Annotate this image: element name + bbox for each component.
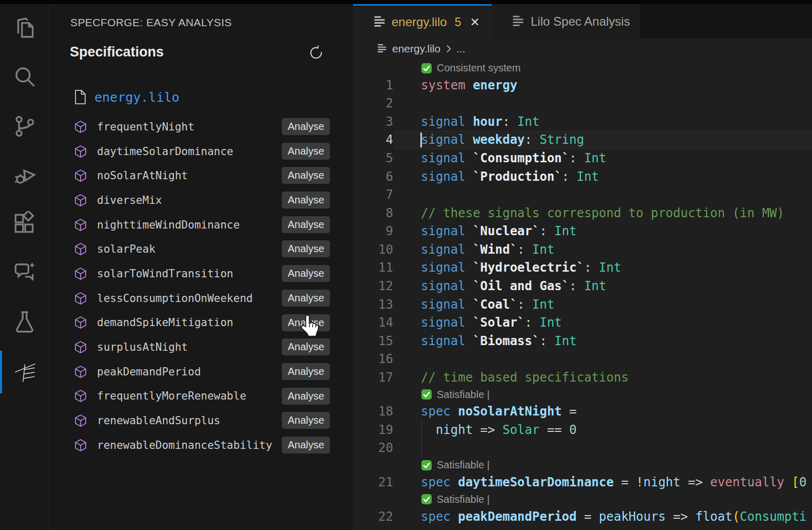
analyse-button[interactable]: Analyse <box>282 240 330 257</box>
analyse-button[interactable]: Analyse <box>282 437 330 453</box>
code-line-13: 13signal `Coal`: Int <box>353 295 812 314</box>
spec-item-frequentlyMoreRenewable[interactable]: frequentlyMoreRenewableAnalyse <box>49 384 354 409</box>
analyse-button[interactable]: Analyse <box>282 412 330 429</box>
activity-item-source-control[interactable] <box>0 102 49 152</box>
codelens-text[interactable]: Satisfiable | <box>437 459 490 471</box>
check-emoji-icon <box>421 460 432 471</box>
spec-name: daytimeSolarDominance <box>97 145 234 158</box>
cube-icon <box>74 439 87 452</box>
code-text: // time based specifications <box>393 370 629 385</box>
codelens-row[interactable]: Satisfiable | <box>353 387 812 403</box>
tab-lilo-spec-analysis[interactable]: Lilo Spec Analysis <box>492 4 639 39</box>
spec-item-solarToWindTransition[interactable]: solarToWindTransitionAnalyse <box>49 261 354 286</box>
text-caret <box>420 132 422 147</box>
cube-icon <box>74 365 87 378</box>
check-emoji-icon <box>421 389 432 400</box>
line-number: 13 <box>353 297 393 312</box>
cube-icon <box>74 120 87 134</box>
codelens-text[interactable]: Consistent system <box>437 62 520 74</box>
sidebar: SPECFORGE: EASY ANALYSIS Specifications … <box>49 4 353 530</box>
code-text: signal `Hydroelectric`: Int <box>393 260 621 275</box>
spec-item-demandSpikeMitigation[interactable]: demandSpikeMitigationAnalyse <box>49 311 354 335</box>
cube-icon <box>74 316 87 329</box>
spec-item-renewableAndSurplus[interactable]: renewableAndSurplusAnalyse <box>49 408 354 433</box>
activity-item-specforge[interactable] <box>0 348 49 397</box>
code-text: signal `Consumption`: Int <box>393 151 606 165</box>
cube-icon <box>74 414 87 427</box>
spec-name: peakDemandPeriod <box>97 366 201 378</box>
code-text: night => Solar == 0 <box>393 423 576 437</box>
analyse-button[interactable]: Analyse <box>282 216 330 233</box>
chat-icon <box>12 260 37 288</box>
analyse-button[interactable]: Analyse <box>282 314 330 331</box>
tab-close-icon[interactable]: ✕ <box>470 15 479 29</box>
spec-item-surplusAtNight[interactable]: surplusAtNightAnalyse <box>49 335 354 359</box>
line-number: 1 <box>353 78 393 92</box>
analyse-button[interactable]: Analyse <box>282 265 330 282</box>
cube-icon <box>74 292 87 305</box>
spec-item-noSolarAtNight[interactable]: noSolarAtNightAnalyse <box>49 163 354 188</box>
tab-energy-lilo[interactable]: energy.lilo 5 ✕ <box>353 4 492 39</box>
spec-item-renewableDominanceStability[interactable]: renewableDominanceStabilityAnalyse <box>49 433 354 458</box>
spec-name: diverseMix <box>97 194 162 206</box>
cube-icon <box>74 194 87 207</box>
spec-item-daytimeSolarDominance[interactable]: daytimeSolarDominanceAnalyse <box>49 139 354 164</box>
analyse-button[interactable]: Analyse <box>282 118 330 135</box>
codelens-row[interactable]: Consistent system <box>353 60 812 76</box>
spec-name: solarPeak <box>97 243 156 255</box>
line-number: 7 <box>353 187 393 202</box>
line-number: 17 <box>353 370 393 385</box>
code-line-15: 15signal `Biomass`: Int <box>353 332 812 350</box>
analyse-button[interactable]: Analyse <box>282 388 330 405</box>
refresh-button[interactable] <box>307 45 325 63</box>
spec-item-lessConsumptionOnWeekend[interactable]: lessConsumptionOnWeekendAnalyse <box>49 286 354 311</box>
activity-item-chat[interactable] <box>0 250 49 299</box>
code-text: spec noSolarAtNight = <box>393 404 576 419</box>
code-line-2: 2 <box>353 94 812 113</box>
specforge-icon <box>12 358 37 386</box>
spec-name: frequentlyMoreRenewable <box>97 390 246 402</box>
activity-item-explorer[interactable] <box>0 4 49 53</box>
line-number: 4 <box>353 132 393 147</box>
line-number: 9 <box>353 224 393 238</box>
spec-item-nighttimeWindDominance[interactable]: nighttimeWindDominanceAnalyse <box>49 213 354 237</box>
sidebar-item-energy-lilo[interactable]: energy.lilo <box>49 85 354 109</box>
spec-item-frequentlyNight[interactable]: frequentlyNightAnalyse <box>49 115 354 139</box>
analyse-button[interactable]: Analyse <box>282 143 330 160</box>
spec-item-solarPeak[interactable]: solarPeakAnalyse <box>49 237 354 261</box>
activity-item-testing[interactable] <box>0 298 49 348</box>
codelens-row[interactable]: Satisfiable | <box>353 491 812 507</box>
editor-code-area[interactable]: Consistent system1system energy23signal … <box>353 59 812 530</box>
code-text: signal `Oil and Gas`: Int <box>393 279 606 293</box>
activity-item-search[interactable] <box>0 53 49 103</box>
spec-name: surplusAtNight <box>97 341 188 353</box>
cube-icon <box>74 389 87 403</box>
line-number: 10 <box>353 242 393 257</box>
analyse-button[interactable]: Analyse <box>282 192 330 209</box>
testing-icon <box>12 309 37 337</box>
codelens-text[interactable]: Satisfiable | <box>437 494 490 505</box>
analyse-button[interactable]: Analyse <box>282 363 330 380</box>
active-indicator <box>0 351 2 394</box>
breadcrumb-file[interactable]: energy.lilo <box>392 43 440 55</box>
analyse-button[interactable]: Analyse <box>282 167 330 184</box>
spec-item-diverseMix[interactable]: diverseMixAnalyse <box>49 188 354 213</box>
spec-name: demandSpikeMitigation <box>97 316 234 329</box>
cube-icon <box>74 242 87 256</box>
breadcrumb: energy.lilo ... <box>353 39 812 59</box>
sidebar-title: SPECFORGE: EASY ANALYSIS <box>70 16 232 29</box>
analyse-button[interactable]: Analyse <box>282 338 330 355</box>
activity-item-run-debug[interactable] <box>0 152 49 201</box>
analyse-button[interactable]: Analyse <box>282 290 330 307</box>
code-line-20: 20 <box>353 439 812 458</box>
breadcrumb-more[interactable]: ... <box>456 43 466 55</box>
code-line-7: 7 <box>353 185 812 204</box>
codelens-row[interactable]: Satisfiable | <box>353 457 812 473</box>
tab-label: energy.lilo <box>392 15 447 29</box>
codelens-text[interactable]: Satisfiable | <box>437 389 490 401</box>
activity-item-extensions[interactable] <box>0 200 49 250</box>
spec-item-peakDemandPeriod[interactable]: peakDemandPeriodAnalyse <box>49 359 354 384</box>
spec-name: renewableDominanceStability <box>97 439 272 451</box>
window-top-edge <box>0 0 812 4</box>
file-lines-icon <box>374 15 386 29</box>
